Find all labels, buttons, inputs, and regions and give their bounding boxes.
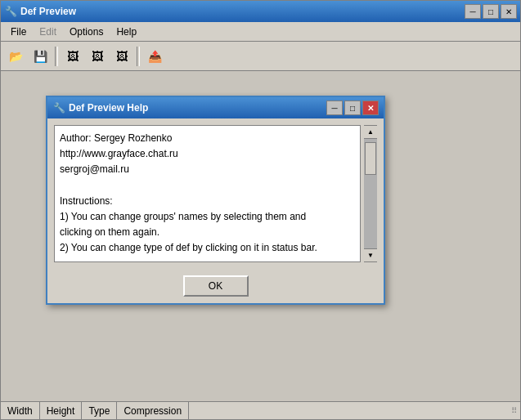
dialog-title-bar: 🔧 Def Preview Help ─ □ ✕: [47, 97, 384, 118]
main-window-icon: 🔧: [4, 5, 17, 18]
toolbar: 📂 💾 🖼 🖼 🖼 📤: [1, 42, 520, 71]
toolbar-open-folder[interactable]: 📂: [4, 45, 27, 68]
ok-button[interactable]: OK: [183, 275, 249, 297]
text-line-1: Author: Sergey Rozhenko: [60, 131, 355, 146]
toolbar-image2[interactable]: 🖼: [86, 45, 109, 68]
minimize-button[interactable]: ─: [465, 4, 481, 19]
dialog-text: Author: Sergey Rozhenko http://www.grayf…: [54, 125, 361, 262]
menu-edit[interactable]: Edit: [33, 25, 63, 39]
dialog-title-buttons: ─ □ ✕: [326, 101, 379, 115]
status-type[interactable]: Type: [82, 402, 117, 419]
menu-bar: File Edit Options Help: [1, 22, 520, 42]
toolbar-sep-1: [55, 47, 58, 66]
text-line-6: 1) You can change groups' names by selec…: [60, 209, 355, 225]
dialog-footer: OK: [47, 269, 384, 303]
dialog-scrollbar[interactable]: ▲ ▼: [364, 125, 377, 262]
text-line-2: http://www.grayface.chat.ru: [60, 146, 355, 162]
status-width[interactable]: Width: [4, 402, 40, 419]
scrollbar-thumb[interactable]: [365, 142, 376, 175]
text-line-7: clicking on them again.: [60, 225, 355, 240]
status-compression[interactable]: Compression: [117, 402, 189, 419]
content-area: 🔧 Def Preview Help ─ □ ✕ Author: Sergey …: [1, 71, 520, 401]
main-window-title: Def Preview: [20, 6, 465, 17]
menu-file[interactable]: File: [4, 25, 33, 39]
resize-grip: ⠿: [511, 406, 517, 415]
image1-icon: 🖼: [67, 50, 79, 63]
save-icon: 💾: [34, 50, 47, 63]
dialog-close-button[interactable]: ✕: [362, 101, 379, 115]
menu-help[interactable]: Help: [110, 25, 143, 39]
text-line-5: Instructions:: [60, 194, 355, 209]
dialog-maximize-button[interactable]: □: [344, 101, 361, 115]
scrollbar-track[interactable]: [364, 139, 377, 248]
dialog-title: Def Preview Help: [69, 102, 326, 114]
toolbar-image1[interactable]: 🖼: [61, 45, 84, 68]
text-line-4: [60, 178, 355, 194]
text-line-3: sergroj@mail.ru: [60, 162, 355, 177]
status-bar: Width Height Type Compression ⠿: [1, 401, 520, 419]
dialog-icon: 🔧: [52, 101, 65, 114]
toolbar-image3[interactable]: 🖼: [110, 45, 133, 68]
open-folder-icon: 📂: [9, 50, 23, 63]
main-title-bar: 🔧 Def Preview ─ □ ✕: [1, 1, 520, 22]
status-height[interactable]: Height: [40, 402, 83, 419]
toolbar-export[interactable]: 📤: [143, 45, 166, 68]
menu-options[interactable]: Options: [63, 25, 110, 39]
maximize-button[interactable]: □: [483, 4, 499, 19]
export-icon: 📤: [148, 50, 162, 63]
image2-icon: 🖼: [92, 50, 103, 63]
main-window: 🔧 Def Preview ─ □ ✕ File Edit Options He…: [0, 0, 521, 420]
dialog-minimize-button[interactable]: ─: [326, 101, 343, 115]
main-title-buttons: ─ □ ✕: [465, 4, 517, 19]
dialog-content: Author: Sergey Rozhenko http://www.grayf…: [47, 118, 384, 269]
close-button[interactable]: ✕: [501, 4, 517, 19]
toolbar-sep-2: [137, 47, 140, 66]
toolbar-save[interactable]: 💾: [29, 45, 52, 68]
image3-icon: 🖼: [116, 50, 128, 63]
text-line-8: 2) You can change type of def by clickin…: [60, 240, 355, 256]
scrollbar-down-button[interactable]: ▼: [364, 248, 377, 261]
help-dialog: 🔧 Def Preview Help ─ □ ✕ Author: Sergey …: [46, 96, 385, 305]
scrollbar-up-button[interactable]: ▲: [364, 126, 377, 139]
